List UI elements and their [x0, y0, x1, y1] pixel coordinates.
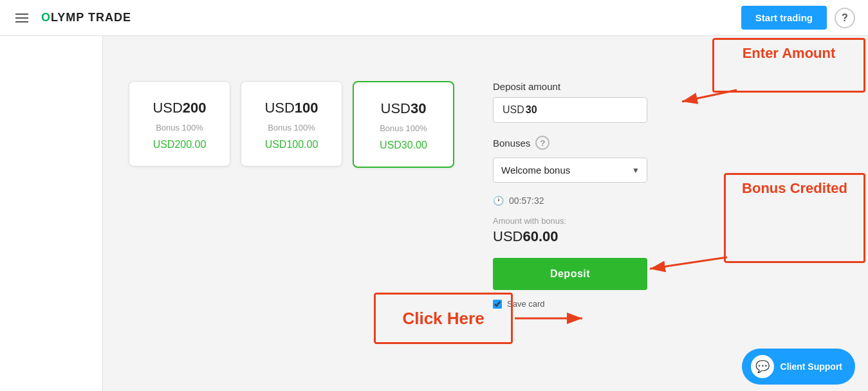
card-total-30: USD30.00 — [380, 140, 427, 151]
main-content: USD200 Bonus 100% USD200.00 USD100 Bonus… — [0, 36, 868, 391]
deposit-amount-input[interactable] — [526, 104, 638, 116]
card-total-200: USD200.00 — [153, 139, 207, 150]
start-trading-button[interactable]: Start trading — [741, 6, 827, 30]
logo-text: OLYMP TRADE — [41, 11, 131, 24]
card-bonus-200: Bonus 100% — [156, 123, 203, 132]
bonus-select[interactable]: Welcome bonus — [493, 158, 647, 183]
clock-icon: 🕐 — [493, 196, 504, 206]
card-total-100: USD100.00 — [265, 139, 319, 150]
deposit-form: Deposit amount USD Bonuses ? Welcome bon… — [493, 62, 817, 378]
bonuses-row: Bonuses ? — [493, 136, 817, 150]
deposit-card-30[interactable]: USD30 Bonus 100% USD30.00 — [353, 81, 454, 168]
client-support-label: Client Support — [780, 361, 842, 372]
timer-row: 🕐 00:57:32 — [493, 196, 817, 206]
currency-prefix: USD — [503, 104, 524, 116]
card-amount-200: USD200 — [152, 100, 206, 116]
logo: OLYMP TRADE — [41, 11, 131, 24]
header-right: Start trading ? — [741, 6, 855, 30]
hamburger-menu[interactable] — [13, 11, 31, 25]
amount-with-bonus-value: USD60.00 — [493, 228, 817, 245]
header-left: OLYMP TRADE — [13, 11, 131, 25]
help-button[interactable]: ? — [835, 8, 855, 28]
bonus-select-wrapper: Welcome bonus ▼ — [493, 158, 647, 183]
amount-with-bonus-label: Amount with bonus: — [493, 216, 817, 226]
card-bonus-30: Bonus 100% — [380, 123, 427, 133]
deposit-cards-section: USD200 Bonus 100% USD200.00 USD100 Bonus… — [129, 62, 454, 378]
save-card-label: Save card — [507, 299, 545, 309]
card-amount-30: USD30 — [381, 100, 427, 117]
chat-icon: 💬 — [751, 355, 774, 378]
timer-value: 00:57:32 — [509, 196, 544, 206]
deposit-amount-label: Deposit amount — [493, 81, 817, 92]
bonuses-help-icon[interactable]: ? — [535, 136, 549, 150]
deposit-button[interactable]: Deposit — [493, 258, 647, 290]
deposit-card-100[interactable]: USD100 Bonus 100% USD100.00 — [241, 81, 342, 167]
bonuses-label: Bonuses — [493, 138, 530, 149]
save-card-checkbox[interactable] — [493, 300, 502, 309]
card-amount-100: USD100 — [264, 100, 318, 116]
header: OLYMP TRADE Start trading ? — [0, 0, 868, 36]
deposit-input-wrapper[interactable]: USD — [493, 97, 647, 123]
deposit-card-200[interactable]: USD200 Bonus 100% USD200.00 — [129, 81, 230, 167]
save-card-row: Save card — [493, 299, 817, 309]
client-support-bubble[interactable]: 💬 Client Support — [742, 349, 855, 385]
card-bonus-100: Bonus 100% — [268, 123, 315, 132]
